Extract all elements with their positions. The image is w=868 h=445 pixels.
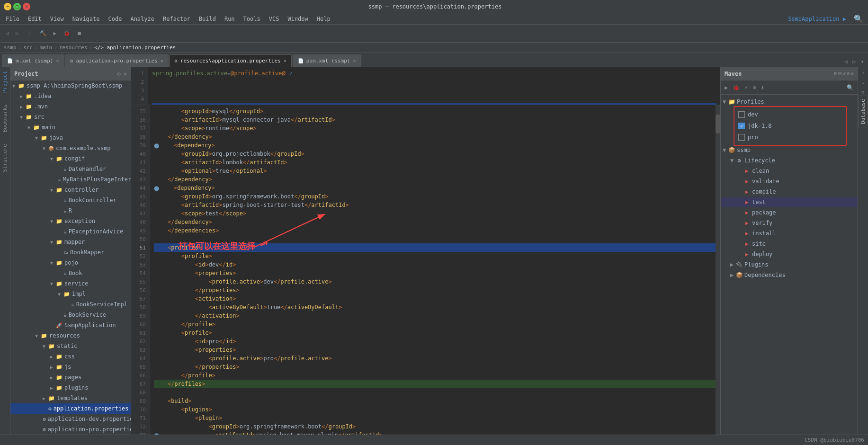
maven-ssmp[interactable]: ▼ 📦 ssmp bbox=[721, 145, 858, 155]
tree-mybatisinterc[interactable]: ☕ MyBatisPlusPageInter... bbox=[10, 174, 131, 185]
tree-src[interactable]: ▼ 📁 src bbox=[10, 112, 131, 122]
menu-refactor[interactable]: Refactor bbox=[159, 15, 194, 23]
menu-window[interactable]: Window bbox=[284, 15, 312, 23]
maven-plugins[interactable]: ▶ 🔌 Plugins bbox=[721, 259, 858, 270]
maven-package[interactable]: ▶ package bbox=[721, 207, 858, 218]
close-button[interactable]: × bbox=[23, 3, 30, 10]
right-tool-3[interactable]: ⚙ bbox=[859, 88, 867, 96]
tree-main[interactable]: ▼ 📁 main bbox=[10, 122, 131, 133]
run-config[interactable]: SsmpApplication ▶ bbox=[784, 16, 850, 22]
tree-bookservice[interactable]: ☕ BookService bbox=[10, 310, 131, 320]
maven-validate[interactable]: ▶ validate bbox=[721, 176, 858, 187]
maven-verify[interactable]: ▶ verify bbox=[721, 218, 858, 228]
maven-test[interactable]: ▶ test bbox=[721, 197, 858, 207]
tree-app-pro-props[interactable]: ⚙ application-pro.properties bbox=[10, 424, 131, 435]
sidebar-settings-icon[interactable]: ⚙ bbox=[117, 71, 121, 77]
tree-bookcontroller[interactable]: ☕ BookController bbox=[10, 195, 131, 205]
maven-collapse-all[interactable]: ⊟ bbox=[839, 71, 842, 77]
tree-impl-folder[interactable]: ▼ 📁 impl bbox=[10, 289, 131, 299]
scrollbar-thumb[interactable] bbox=[716, 115, 720, 134]
maven-expand-all[interactable]: ⊞ bbox=[834, 71, 838, 77]
forward-button[interactable]: ▷ bbox=[14, 29, 21, 37]
right-tool-1[interactable]: ↑ bbox=[859, 69, 867, 77]
menu-build[interactable]: Build bbox=[195, 15, 220, 23]
stop-button[interactable]: ⏹ bbox=[75, 29, 84, 37]
menu-view[interactable]: View bbox=[46, 15, 68, 23]
tree-exception-folder[interactable]: ▼ 📁 exception bbox=[10, 216, 131, 226]
tree-datehandler[interactable]: ☕ DateHandler bbox=[10, 164, 131, 174]
menu-tools[interactable]: Tools bbox=[240, 15, 264, 23]
maven-lifecycle-section[interactable]: ▼ ⚙ Lifecycle bbox=[721, 155, 858, 166]
tree-mvn[interactable]: ▶ 📁 .mvn bbox=[10, 101, 131, 112]
maven-install[interactable]: ▶ install bbox=[721, 228, 858, 239]
right-tool-2[interactable]: ↓ bbox=[859, 79, 867, 86]
profile-jdk18-check[interactable]: ✓ bbox=[738, 123, 745, 129]
tab-app-props[interactable]: ⚙ resources\application.properties × bbox=[170, 54, 292, 67]
breadcrumb-part-src[interactable]: src bbox=[23, 44, 33, 51]
maven-close[interactable]: × bbox=[850, 71, 854, 77]
tree-java[interactable]: ▼ 📁 java bbox=[10, 133, 131, 143]
maven-refresh[interactable]: ↺ bbox=[842, 71, 846, 77]
tree-static-folder[interactable]: ▼ 📁 static bbox=[10, 341, 131, 351]
maven-compile[interactable]: ▶ compile bbox=[721, 187, 858, 197]
tree-pojo-folder[interactable]: ▼ 📁 pojo bbox=[10, 258, 131, 268]
maven-profiles[interactable]: ▼ 📁 Profiles bbox=[721, 97, 858, 107]
sidebar-close-icon[interactable]: × bbox=[124, 71, 127, 77]
build-button[interactable]: 🔨 bbox=[38, 29, 48, 37]
tab-menu[interactable]: ▾ bbox=[859, 57, 866, 66]
profile-pro[interactable]: pro bbox=[734, 132, 846, 143]
tree-resources-folder[interactable]: ▼ 📁 resources bbox=[10, 330, 131, 341]
profile-pro-check[interactable] bbox=[738, 134, 745, 141]
tab-close-app-props[interactable]: × bbox=[284, 58, 286, 63]
tree-package[interactable]: ▼ 📦 com.example.ssmp bbox=[10, 143, 131, 153]
tab-pom[interactable]: 📄 pom.xml (ssmp) × bbox=[293, 54, 361, 67]
tree-application-props[interactable]: ⚙ application.properties bbox=[10, 403, 131, 414]
code-editor[interactable]: 35 36 37 38 39 40 41 42 43 44 45 46 47 4… bbox=[131, 105, 720, 435]
tree-plugins-folder[interactable]: ▶ 📁 plugins bbox=[10, 383, 131, 393]
maven-download[interactable]: ⬇ bbox=[759, 83, 766, 92]
maven-search[interactable]: 🔍 bbox=[845, 83, 856, 92]
tree-bookmapper[interactable]: 🗂 BookMapper bbox=[10, 247, 131, 258]
tab-app-pro[interactable]: ⚙ application-pro.properties × bbox=[65, 54, 169, 67]
maven-clean[interactable]: ▶ clean bbox=[721, 166, 858, 176]
tree-congif[interactable]: ▼ 📁 congif bbox=[10, 153, 131, 164]
maven-debug-btn[interactable]: 🐞 bbox=[731, 83, 742, 92]
tab-nav-right[interactable]: ▷ bbox=[851, 57, 858, 66]
maven-generate[interactable]: ⊕ bbox=[751, 83, 758, 92]
debug-button[interactable]: 🐞 bbox=[62, 29, 72, 37]
props-editor[interactable]: spring.profiles.active=@profile.active@ … bbox=[148, 67, 720, 105]
project-tool-button[interactable]: Project bbox=[1, 69, 9, 95]
breadcrumb-part-file[interactable]: </> application.properties bbox=[94, 44, 176, 51]
structure-tool-button[interactable]: Structure bbox=[1, 142, 9, 174]
breadcrumb-part-main[interactable]: main bbox=[40, 44, 53, 51]
tree-pexceptionadvice[interactable]: ☕ PExceptionAdvice bbox=[10, 226, 131, 237]
tree-js-folder[interactable]: ▶ 📁 js bbox=[10, 362, 131, 372]
tab-close-mxml[interactable]: × bbox=[56, 58, 59, 63]
run-button[interactable]: ▶ bbox=[51, 29, 58, 37]
menu-help[interactable]: Help bbox=[313, 15, 334, 23]
maximize-button[interactable]: □ bbox=[13, 3, 21, 10]
maven-settings[interactable]: ⚙ bbox=[847, 71, 850, 77]
menu-edit[interactable]: Edit bbox=[24, 15, 45, 23]
breadcrumb-part-resources[interactable]: resources bbox=[59, 44, 88, 51]
breadcrumb-part-ssmp[interactable]: ssmp bbox=[4, 44, 17, 51]
menu-run[interactable]: Run bbox=[221, 15, 239, 23]
tree-ssmapplication[interactable]: 🚀 SsmpApplication bbox=[10, 320, 131, 330]
maven-run-btn[interactable]: ▶ bbox=[723, 83, 730, 92]
menu-code[interactable]: Code bbox=[105, 15, 126, 23]
minimize-button[interactable]: − bbox=[4, 3, 11, 10]
tree-bookserviceimpl[interactable]: ☕ BookServiceImpl bbox=[10, 299, 131, 310]
tree-book-class[interactable]: ☕ Book bbox=[10, 268, 131, 278]
menu-vcs[interactable]: VCS bbox=[265, 15, 283, 23]
back-button[interactable]: ◁ bbox=[4, 29, 11, 37]
tree-app-dev-props[interactable]: ⚙ application-dev.properties bbox=[10, 414, 131, 424]
code-content[interactable]: <groupId>mysql</groupId> <artifactId>mys… bbox=[150, 105, 720, 435]
tab-nav-left[interactable]: ◁ bbox=[842, 57, 850, 66]
tree-css-folder[interactable]: ▶ 📁 css bbox=[10, 351, 131, 362]
search-everywhere[interactable]: 🔍 bbox=[851, 14, 866, 23]
tab-mxml[interactable]: 📄 m.xml (ssmp) × bbox=[2, 54, 64, 67]
tree-ssmp[interactable]: ▼ 📁 ssmp A:\heimaSpringBoot\ssmp bbox=[10, 80, 131, 91]
maven-skip-tests[interactable]: ⚡ bbox=[743, 83, 750, 92]
maven-dependencies[interactable]: ▶ 📦 Dependencies bbox=[721, 270, 858, 280]
profile-dev[interactable]: dev bbox=[734, 109, 846, 120]
